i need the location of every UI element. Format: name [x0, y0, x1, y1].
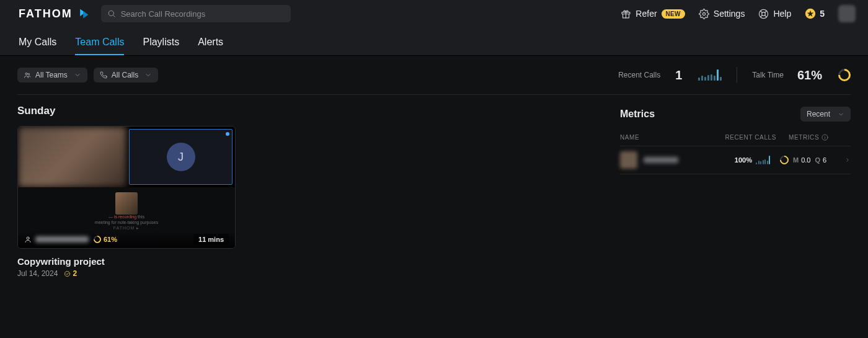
metrics-title: Metrics [620, 109, 800, 120]
row-name-redacted [644, 157, 678, 163]
main: Sunday J — is recording thismeeting for … [0, 95, 868, 278]
svg-point-15 [27, 237, 29, 239]
call-card[interactable]: J — is recording thismeeting for note-ta… [17, 126, 236, 278]
day-heading: Sunday [17, 105, 605, 117]
svg-point-14 [28, 73, 29, 74]
settings-label: Settings [714, 9, 745, 19]
metrics-header: Metrics Recent [620, 107, 851, 122]
logo-icon [78, 7, 90, 20]
metrics-table: NAME RECENT CALLS METRICS 100% [620, 129, 851, 174]
help-link[interactable]: Help [758, 9, 791, 19]
svg-line-1 [113, 16, 115, 17]
coins[interactable]: 5 [805, 8, 825, 19]
top-links: Refer NEW Settings Help 5 [621, 5, 856, 22]
svg-line-11 [761, 15, 763, 17]
host-name-redacted [35, 236, 89, 242]
refer-label: Refer [636, 9, 657, 19]
call-thumbnail[interactable]: J — is recording thismeeting for note-ta… [17, 126, 236, 249]
participant-video-1 [18, 127, 126, 187]
self-view-mini [115, 192, 138, 215]
highlight-count: 2 [64, 269, 77, 278]
user-icon [24, 236, 32, 243]
gift-icon [621, 9, 631, 19]
gear-icon [699, 9, 709, 19]
search-icon [107, 9, 116, 18]
talk-time-ring-icon [836, 66, 853, 84]
recent-calls-label: Recent Calls [618, 71, 660, 79]
svg-line-8 [761, 11, 763, 12]
call-meta: Jul 14, 2024 2 [17, 269, 236, 278]
metrics-row[interactable]: 100% M 0.0 Q 6 [620, 146, 851, 174]
metrics-range-label: Recent [807, 110, 830, 118]
metrics-panel: Metrics Recent NAME RECENT CALLS METRICS [620, 105, 851, 278]
col-metrics: METRICS [776, 134, 851, 141]
top-bar: FATHOM Refer NEW Settings Help 5 [0, 0, 868, 27]
filter-teams-label: All Teams [35, 71, 68, 79]
svg-line-9 [765, 15, 767, 17]
tab-alerts[interactable]: Alerts [198, 37, 223, 55]
filter-teams[interactable]: All Teams [17, 68, 87, 82]
tab-team-calls[interactable]: Team Calls [75, 37, 124, 55]
chevron-down-icon [838, 111, 844, 118]
metrics-table-head: NAME RECENT CALLS METRICS [620, 129, 851, 146]
filter-bar: All Teams All Calls Recent Calls 1 Talk … [0, 56, 868, 83]
duration-badge: 11 mins [193, 234, 229, 245]
call-title: Copywriting project [17, 256, 236, 267]
talk-time-value: 61% [797, 68, 822, 82]
participant-video-2: J [129, 129, 232, 185]
highlight-icon [64, 270, 71, 277]
info-icon[interactable] [822, 134, 828, 141]
recent-calls-sparkline [698, 69, 722, 81]
settings-link[interactable]: Settings [699, 9, 745, 19]
coin-count: 5 [820, 9, 825, 19]
search-input[interactable] [121, 9, 285, 19]
nav-tabs: My Calls Team Calls Playlists Alerts [0, 27, 868, 56]
filter-calls[interactable]: All Calls [94, 68, 158, 82]
row-talk-ring-icon [778, 154, 790, 166]
svg-point-16 [65, 271, 70, 276]
logo[interactable]: FATHOM [19, 7, 90, 20]
col-recent-calls: RECENT CALLS [717, 134, 776, 141]
call-list: Sunday J — is recording thismeeting for … [17, 105, 605, 278]
recent-calls-value: 1 [675, 68, 682, 82]
summary-stats: Recent Calls 1 Talk Time 61% [618, 67, 851, 83]
team-icon [24, 71, 31, 79]
new-badge: NEW [662, 9, 685, 19]
thumbnail-footer: 61% 11 mins [18, 231, 235, 248]
svg-point-13 [25, 73, 27, 75]
help-icon [758, 9, 769, 19]
recording-notice: — is recording thismeeting for note-taki… [95, 214, 158, 231]
stats-divider [737, 67, 737, 83]
participant-avatar: J [167, 143, 195, 171]
refer-link[interactable]: Refer NEW [621, 9, 684, 19]
active-speaker-indicator [226, 132, 229, 136]
row-sparkline [756, 156, 770, 164]
filter-calls-label: All Calls [112, 71, 138, 79]
star-coin-icon [805, 8, 816, 19]
call-date: Jul 14, 2024 [17, 269, 58, 278]
phone-icon [100, 71, 107, 79]
chevron-down-icon [144, 71, 152, 79]
tab-my-calls[interactable]: My Calls [19, 37, 56, 55]
svg-point-5 [702, 12, 705, 15]
col-name: NAME [620, 134, 717, 141]
svg-line-10 [765, 11, 767, 12]
chevron-right-icon [844, 157, 851, 163]
search-box[interactable] [101, 5, 291, 22]
chevron-down-icon [74, 71, 81, 79]
tab-playlists[interactable]: Playlists [143, 37, 179, 55]
metrics-range-dropdown[interactable]: Recent [800, 107, 851, 122]
row-avatar [620, 151, 637, 169]
talk-time-label: Talk Time [752, 71, 784, 79]
talk-ring-icon [92, 234, 103, 245]
logo-text: FATHOM [19, 7, 73, 20]
row-metrics: M 0.0 Q 6 [770, 156, 844, 164]
user-avatar[interactable] [838, 5, 856, 22]
help-label: Help [773, 9, 791, 19]
card-talk-pct: 61% [94, 236, 117, 243]
row-recent-calls: 100% [711, 156, 770, 164]
